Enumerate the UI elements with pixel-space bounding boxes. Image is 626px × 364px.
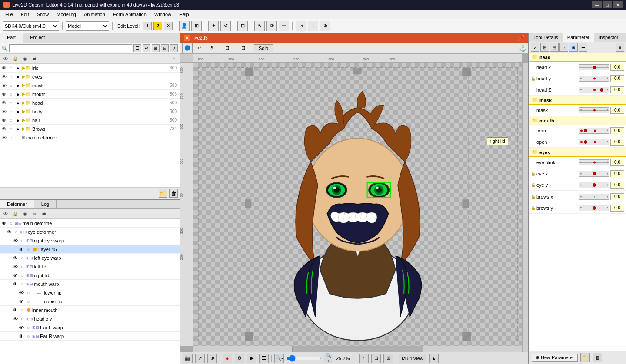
d-eye-1[interactable]: 👁 [6, 229, 12, 235]
multiview-btn[interactable]: Multi View [399, 354, 426, 363]
form-value[interactable]: 0.0 [610, 127, 624, 134]
arrow-icon[interactable]: ⇄ [30, 55, 38, 63]
layer-item-mouth[interactable]: 👁 ○ ● ▶📁 mouth 506 [0, 90, 180, 99]
layer-item-iris[interactable]: 👁 ○ ● ▶📁 iris 600 [0, 64, 180, 73]
deformer-arrow-icon[interactable]: ⇄ [40, 210, 48, 218]
key1-tool-btn[interactable]: ⊿ [296, 21, 306, 31]
deformer-right-eye-warp[interactable]: 👁 ○ ⊞⊞ right eye warp [0, 236, 180, 245]
close-button[interactable]: ✕ [613, 1, 623, 8]
head-x-handle[interactable] [593, 66, 596, 69]
eye-iris[interactable]: 👁 [1, 65, 7, 71]
eye-mouth[interactable]: 👁 [1, 91, 7, 97]
deformer-head-xy[interactable]: 👁 ○ ⊞⊞ head x y [0, 314, 180, 323]
deformer-upper-lip[interactable]: 👁 ○ — upper lip [0, 297, 180, 306]
d-lock-9[interactable]: ○ [25, 298, 31, 304]
rotate-tool-btn[interactable]: ↺ [220, 21, 231, 31]
lock-mask[interactable]: ○ [8, 83, 14, 89]
d-eye-9[interactable]: 👁 [18, 298, 24, 304]
d-eye-11[interactable]: 👁 [12, 316, 18, 322]
scrollbar-right[interactable] [522, 63, 528, 352]
folder-add-btn[interactable]: 📁 [159, 189, 167, 198]
menu-window[interactable]: Window [151, 11, 175, 18]
zoom-out-btn[interactable]: 🔍- [274, 354, 284, 363]
head-x-track[interactable] [579, 64, 609, 70]
deformer-eye-icon[interactable]: 👁 [2, 210, 10, 218]
expand-btn[interactable]: ▲ [429, 354, 439, 363]
param-group-head-header[interactable]: 📁 head [529, 53, 626, 62]
lock-icon[interactable]: 🔒 [11, 55, 19, 63]
menu-icon[interactable]: ≡ [170, 55, 178, 63]
param-tb-check[interactable]: ✓ [531, 43, 539, 52]
move-tool-btn[interactable]: ✦ [208, 21, 219, 31]
canvas-tb-4[interactable]: ⊡ [222, 43, 232, 53]
menu-animation[interactable]: Animation [80, 11, 109, 18]
brows-y-value[interactable]: 0.0 [610, 205, 624, 212]
vis-toggle-icon[interactable]: 👁 [2, 55, 10, 63]
menu-file[interactable]: File [2, 11, 17, 18]
deformer-mouth-warp[interactable]: 👁 ○ ⊞⊞ mouth warp [0, 280, 180, 288]
layer-item-mask[interactable]: 👁 ○ ● ▶📁 mask 580 [0, 81, 180, 90]
lock-hair[interactable]: ○ [8, 117, 14, 123]
menu-modeling[interactable]: Modeling [53, 11, 80, 18]
menu-edit[interactable]: Edit [17, 11, 33, 18]
lock-head[interactable]: ○ [8, 100, 14, 106]
scrollbar-bottom[interactable] [193, 346, 522, 352]
eye-body[interactable]: 👁 [1, 109, 7, 115]
d-eye-12[interactable]: 👁 [18, 324, 24, 331]
rotate2-tool-btn[interactable]: ⟳ [266, 21, 277, 31]
maximize-button[interactable]: □ [603, 1, 612, 8]
d-lock-10[interactable]: ○ [19, 307, 25, 313]
solo-button[interactable]: Solo [254, 44, 273, 52]
tab-tool-details[interactable]: Tool Details [529, 33, 563, 42]
eye-y-value[interactable]: 0.0 [610, 182, 624, 189]
eye-mask[interactable]: 👁 [1, 83, 7, 89]
d-eye-3[interactable]: 👁 [18, 246, 24, 252]
minimize-button[interactable]: — [592, 1, 602, 8]
eye-blink-track[interactable] [579, 159, 609, 165]
tab-inspector[interactable]: Inspector [594, 33, 623, 42]
eye-main-deformer[interactable]: 👁 [1, 135, 7, 141]
transform-tool-btn[interactable]: ⊡ [237, 21, 248, 31]
eye-x-value[interactable]: 0.0 [610, 170, 624, 177]
d-lock-3[interactable]: ○ [25, 246, 31, 252]
deformer-view-icon[interactable]: ◉ [21, 210, 29, 218]
eye-eyes[interactable]: 👁 [1, 74, 7, 80]
search-filter-btn[interactable]: ☰ [133, 44, 141, 52]
canvas-tb-1[interactable]: 🔵 [182, 43, 193, 53]
param-group-mouth-header[interactable]: 📁 mouth [529, 116, 626, 125]
layer-item-head[interactable]: 👁 ○ ● ▶📁 head 500 [0, 99, 180, 107]
brows-y-track[interactable] [579, 205, 609, 211]
ratio-btn[interactable]: 1:1 [359, 354, 369, 363]
level-3-button[interactable]: 3 [164, 22, 173, 30]
menu-form-animation[interactable]: Form Animation [110, 11, 150, 18]
d-lock-2[interactable]: ○ [19, 238, 25, 244]
head-y-track[interactable] [579, 76, 609, 82]
menu-help[interactable]: Help [176, 11, 193, 18]
brush-tool-btn[interactable]: ✏ [279, 21, 289, 31]
deformer-inner-mouth[interactable]: 👁 ○ inner mouth [0, 306, 180, 314]
deformer-expand-icon[interactable]: ⇔ [30, 210, 38, 218]
head-y-value[interactable]: 0.0 [610, 75, 624, 82]
brows-x-value[interactable]: 0.0 [610, 193, 624, 200]
eye-x-handle[interactable] [593, 172, 596, 175]
layer-item-body[interactable]: 👁 ○ ● ▶📁 body 500 [0, 107, 180, 116]
deformer-main-deforme[interactable]: 👁 ○ ⊞⊞ main deforme [0, 219, 180, 228]
open-track[interactable] [579, 139, 609, 145]
head-z-track[interactable] [579, 87, 609, 93]
play-btn[interactable]: ▶ [247, 354, 256, 363]
param-tb-list[interactable]: ☰ [579, 43, 587, 52]
param-tb-arrow[interactable]: ↔ [559, 43, 568, 52]
param-delete-btn[interactable]: 🗑 [593, 353, 602, 362]
level-2-button[interactable]: 2 [153, 22, 162, 30]
view-icon[interactable]: ◉ [21, 55, 29, 63]
search-expand-btn[interactable]: ⊞ [152, 44, 160, 52]
canvas-anchor-btn[interactable]: ⚓ [519, 45, 526, 52]
eye-blink-value[interactable]: 0.0 [610, 159, 624, 166]
eye-y-track[interactable] [579, 182, 609, 188]
lock-iris[interactable]: ○ [8, 65, 14, 71]
deformer-eye-deformer[interactable]: 👁 ○ ⊞⊞ eye deformer [0, 228, 180, 236]
search-refresh-btn[interactable]: ↺ [170, 44, 178, 52]
ratio3-btn[interactable]: ⊠ [383, 354, 393, 363]
tab-parameter[interactable]: Parameter [563, 33, 594, 42]
d-eye-4[interactable]: 👁 [12, 255, 18, 261]
